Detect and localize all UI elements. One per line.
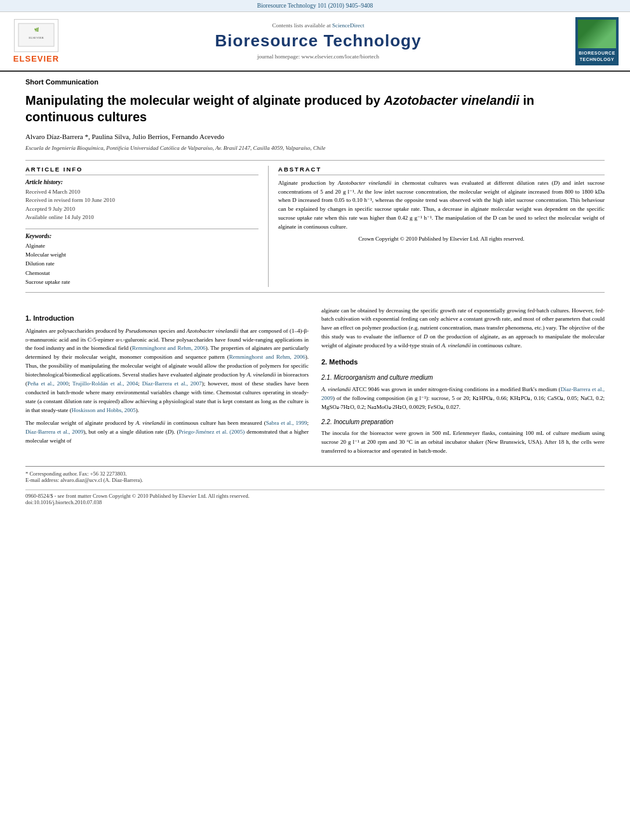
ref-priego-2005[interactable]: Priego-Jiménez et al. (2005) [178,429,245,435]
corresponding-author: * Corresponding author. Fax: +56 32 2273… [25,470,605,477]
section2-title: 2. Methods [321,357,605,368]
subsection2-1-text: A. vinelandii ATCC 9046 was grown in und… [321,385,605,412]
journal-title: Bioresource Technology [215,31,422,51]
elsevier-text: ELSEVIER [13,54,59,63]
body-right: alginate can be obtained by decreasing t… [321,307,605,460]
authors: Alvaro Díaz-Barrera *, Paulina Silva, Ju… [0,130,630,143]
keyword-dilution-rate: Dilution rate [25,259,258,268]
footnote-section: * Corresponding author. Fax: +56 32 2273… [25,466,605,487]
top-bar: Bioresource Technology 101 (2010) 9405–9… [0,0,630,12]
keyword-molecular-weight: Molecular weight [25,250,258,259]
ref-hoskisson-2005[interactable]: Hoskisson and Hobbs, 2005 [72,407,136,413]
body-left: 1. Introduction Alginates are polysaccha… [25,307,309,460]
bioresource-logo: BIORESOURCE TECHNOLOGY [572,17,622,65]
section1-title: 1. Introduction [25,313,309,324]
ref-remminghorst-2006[interactable]: Remminghorst and Rehm, 2006 [132,345,206,351]
journal-citation: Bioresource Technology 101 (2010) 9405–9… [257,3,373,9]
contents-available: Contents lists available at ScienceDirec… [272,22,365,29]
available-date: Available online 14 July 2010 [25,213,258,222]
elsevier-logo-box: 🌿 ELSEVIER [14,19,58,52]
received-date: Received 4 March 2010 [25,188,258,197]
ref-diaz-2009[interactable]: Díaz-Barrera et al., 2009 [25,429,83,435]
article-info: ARTICLE INFO Article history: Received 4… [25,166,269,287]
svg-rect-0 [18,23,54,46]
ref-sabra-1999[interactable]: Sabra et al., 1999 [266,420,307,426]
article-info-abstract: ARTICLE INFO Article history: Received 4… [25,160,605,293]
journal-header: 🌿 ELSEVIER ELSEVIER Contents lists avail… [0,12,630,72]
ref-diaz-2007[interactable]: Díaz-Barrera et al., 2007 [142,380,202,387]
body-section: 1. Introduction Alginates are polysaccha… [0,297,630,466]
authors-text: Alvaro Díaz-Barrera *, Paulina Silva, Ju… [25,133,224,140]
section1-para1: Alginates are polysaccharides produced b… [25,327,309,415]
article-type: Short Communication [0,72,630,90]
footer-doi: doi:10.1016/j.biortech.2010.07.038 [25,499,605,505]
ref-trujillo-2004[interactable]: Trujillo-Roldán et al., 2004 [72,380,138,387]
footer-bar: 0960-8524/$ - see front matter Crown Cop… [25,490,605,505]
sciencedirect-link[interactable]: ScienceDirect [332,22,364,29]
footer-text: 0960-8524/$ - see front matter Crown Cop… [25,493,605,499]
ref-remminghorst-2006b[interactable]: Remminghorst and Rehm, 2006 [229,354,305,360]
section1-para2: The molecular weight of alginate produce… [25,419,309,446]
subsection2-2-text: The inocula for the bioreactor were grow… [321,429,605,456]
keyword-alginate: Alginate [25,241,258,250]
received-revised-date: Received in revised form 10 June 2010 [25,196,258,205]
abstract-section: ABSTRACT Alginate production by Azotobac… [269,166,605,287]
keyword-sucrose-uptake: Sucrose uptake rate [25,277,258,286]
keywords-label: Keywords: [25,229,258,239]
subsection2-1-title: 2.1. Microorganism and culture medium [321,373,605,383]
accepted-date: Accepted 9 July 2010 [25,205,258,214]
copyright-text: Crown Copyright © 2010 Published by Else… [278,236,605,242]
header-center: Contents lists available at ScienceDirec… [71,17,565,65]
ref-diaz-2009b[interactable]: Díaz-Barrera et al., 2009 [321,386,605,401]
abstract-label: ABSTRACT [278,166,605,175]
svg-text:ELSEVIER: ELSEVIER [29,36,44,39]
journal-homepage: journal homepage: www.elsevier.com/locat… [257,53,379,60]
svg-text:🌿: 🌿 [34,27,39,32]
bioresource-logo-image [578,20,616,48]
email-address: E-mail address: alvaro.diaz@ucv.cl (A. D… [25,477,605,483]
section1-right-para1: alginate can be obtained by decreasing t… [321,307,605,351]
affiliation: Escuela de Ingeniería Bioquímica, Pontif… [0,143,630,156]
ref-pena-2000[interactable]: Peña et al., 2000 [27,380,69,387]
title-text-regular: Manipulating the molecular weight of alg… [25,93,384,107]
keyword-chemostat: Chemostat [25,269,258,277]
article-history-label: Article history: [25,179,258,185]
elsevier-logo: 🌿 ELSEVIER ELSEVIER [8,17,65,65]
title-text-italic: Azotobacter vinelandii [384,93,519,107]
subsection2-2-title: 2.2. Inoculum preparation [321,417,605,427]
abstract-text: Alginate production by Azotobacter vinel… [278,179,605,232]
bioresource-logo-text: BIORESOURCE TECHNOLOGY [579,51,615,62]
article-title: Manipulating the molecular weight of alg… [0,90,630,130]
article-info-label: ARTICLE INFO [25,166,258,175]
